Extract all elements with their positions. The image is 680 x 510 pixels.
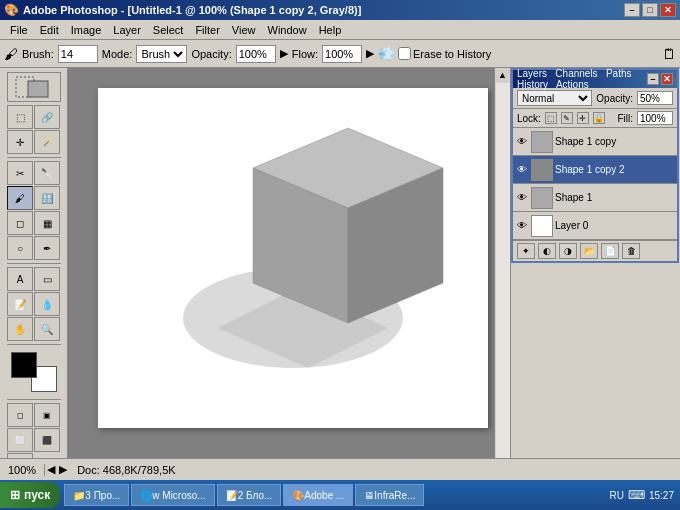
taskbar-item-icon: 🎨 <box>292 490 304 501</box>
lock-image-btn[interactable]: ✎ <box>561 112 573 124</box>
notes-tool[interactable]: 📝 <box>7 292 33 316</box>
blend-mode-select[interactable]: Normal <box>517 90 592 106</box>
fg-color-swatch[interactable] <box>11 352 37 378</box>
status-arrow-right[interactable]: ▶ <box>57 463 69 476</box>
layer-group-btn[interactable]: 📂 <box>580 243 598 259</box>
tool-preset-icon: 🖌 <box>4 46 18 62</box>
menu-window[interactable]: Window <box>262 22 313 38</box>
palette-close-btn[interactable]: ✕ <box>661 73 673 85</box>
taskbar-item[interactable]: 🖥 InfraRe... <box>355 484 424 506</box>
menu-edit[interactable]: Edit <box>34 22 65 38</box>
gradient-tool[interactable]: ▦ <box>34 211 60 235</box>
delete-layer-btn[interactable]: 🗑 <box>622 243 640 259</box>
magic-wand-tool[interactable]: 🪄 <box>34 130 60 154</box>
shape-tool[interactable]: ▭ <box>34 267 60 291</box>
brush-size-display[interactable]: 14 <box>58 45 98 63</box>
arrow-icon: ▶ <box>280 47 288 60</box>
erase-history-checkbox[interactable] <box>398 47 411 60</box>
taskbar-item-active[interactable]: 🎨 Adobe ... <box>283 484 353 506</box>
move-tool[interactable]: ✛ <box>7 130 33 154</box>
lock-position-btn[interactable]: ✛ <box>577 112 589 124</box>
dodge-tool[interactable]: ○ <box>7 236 33 260</box>
slice-tool[interactable]: 🔪 <box>34 161 60 185</box>
right-panel: Layers Channels Paths History Actions – … <box>510 68 680 488</box>
flow-display[interactable]: 100% <box>322 45 362 63</box>
taskbar-item[interactable]: 📝 2 Бло... <box>217 484 282 506</box>
flow-label: Flow: <box>292 48 318 60</box>
close-button[interactable]: ✕ <box>660 3 676 17</box>
airbrush-icon[interactable]: 💨 <box>378 46 394 61</box>
color-swatch-area <box>7 352 61 392</box>
lasso-tool[interactable]: 🔗 <box>34 105 60 129</box>
taskbar-item[interactable]: 🌐 w Microsо... <box>131 484 214 506</box>
menu-file[interactable]: File <box>4 22 34 38</box>
status-arrow-left[interactable]: ◀ <box>45 463 57 476</box>
layer-effects-btn[interactable]: ✦ <box>517 243 535 259</box>
canvas-area[interactable]: ▲ ▼ ◀ ⬡ ▶ <box>68 68 510 488</box>
new-layer-btn[interactable]: 📄 <box>601 243 619 259</box>
lock-transparent-btn[interactable]: ⬚ <box>545 112 557 124</box>
crop-tool[interactable]: ✂ <box>7 161 33 185</box>
layer-row[interactable]: 👁 Layer 0 <box>513 212 677 240</box>
menu-filter[interactable]: Filter <box>189 22 225 38</box>
layer-visibility-toggle[interactable]: 👁 <box>515 135 529 149</box>
title-bar-controls: – □ ✕ <box>624 3 676 17</box>
pen-tool[interactable]: ✒ <box>34 236 60 260</box>
taskbar-item[interactable]: 📁 3 Про... <box>64 484 129 506</box>
menu-bar: File Edit Image Layer Select Filter View… <box>0 20 680 40</box>
text-tool[interactable]: A <box>7 267 33 291</box>
start-button[interactable]: ⊞ пуск <box>0 482 60 508</box>
stamp-tool[interactable]: 🔠 <box>34 186 60 210</box>
tool-group-screen: ⬜ ⬛ <box>7 428 60 452</box>
mode-select[interactable]: Brush <box>136 45 187 63</box>
title-bar: 🎨 Adobe Photoshop - [Untitled-1 @ 100% (… <box>0 0 680 20</box>
layer-row[interactable]: 👁 Shape 1 copy 2 <box>513 156 677 184</box>
palette-icon[interactable]: 🗒 <box>662 46 676 62</box>
layer-thumbnail <box>531 159 553 181</box>
layer-row[interactable]: 👁 Shape 1 <box>513 184 677 212</box>
menu-layer[interactable]: Layer <box>107 22 147 38</box>
menu-help[interactable]: Help <box>313 22 348 38</box>
layer-visibility-toggle[interactable]: 👁 <box>515 191 529 205</box>
erase-history-label[interactable]: Erase to History <box>398 47 491 60</box>
opacity-display[interactable]: 100% <box>236 45 276 63</box>
maximize-button[interactable]: □ <box>642 3 658 17</box>
arrow2-icon: ▶ <box>366 47 374 60</box>
taskbar-item-icon: 📝 <box>226 490 238 501</box>
scroll-thumb[interactable] <box>496 83 510 473</box>
lock-all-btn[interactable]: 🔒 <box>593 112 605 124</box>
vertical-scrollbar[interactable]: ▲ ▼ <box>494 68 510 488</box>
menu-select[interactable]: Select <box>147 22 190 38</box>
minimize-button[interactable]: – <box>624 3 640 17</box>
window-title: Adobe Photoshop - [Untitled-1 @ 100% (Sh… <box>23 4 361 16</box>
fullscreen-mode-2[interactable]: ⬛ <box>34 428 60 452</box>
layer-visibility-toggle[interactable]: 👁 <box>515 163 529 177</box>
tray-lang[interactable]: RU <box>610 490 624 501</box>
eraser-tool[interactable]: ◻ <box>7 211 33 235</box>
zoom-tool[interactable]: 🔍 <box>34 317 60 341</box>
tool-group-move: ✛ 🪄 <box>7 130 60 154</box>
tray-time: 15:27 <box>649 490 674 501</box>
adjustment-layer-btn[interactable]: ◑ <box>559 243 577 259</box>
rect-select-tool[interactable]: ⬚ <box>7 105 33 129</box>
eyedropper-tool[interactable]: 💧 <box>34 292 60 316</box>
selection-icon <box>14 75 54 99</box>
fullscreen-mode[interactable]: ⬜ <box>7 428 33 452</box>
fill-field[interactable]: 100% <box>637 111 673 125</box>
brush-tool[interactable]: 🖌 <box>7 186 33 210</box>
menu-view[interactable]: View <box>226 22 262 38</box>
palette-min-btn[interactable]: – <box>647 73 659 85</box>
hand-tool[interactable]: ✋ <box>7 317 33 341</box>
menu-image[interactable]: Image <box>65 22 108 38</box>
layer-visibility-toggle[interactable]: 👁 <box>515 219 529 233</box>
quick-mask-off[interactable]: ◻ <box>7 403 33 427</box>
toolbar-separator-1 <box>7 157 61 158</box>
doc-info: Doc: 468,8K/789,5K <box>69 464 183 476</box>
scroll-up-btn[interactable]: ▲ <box>498 70 507 80</box>
opacity-field[interactable]: 50% <box>637 91 673 105</box>
layer-row[interactable]: 👁 Shape 1 copy <box>513 128 677 156</box>
layer-mask-btn[interactable]: ◐ <box>538 243 556 259</box>
taskbar-item-icon: 📁 <box>73 490 85 501</box>
quick-mask-on[interactable]: ▣ <box>34 403 60 427</box>
toolbar-separator-2 <box>7 263 61 264</box>
